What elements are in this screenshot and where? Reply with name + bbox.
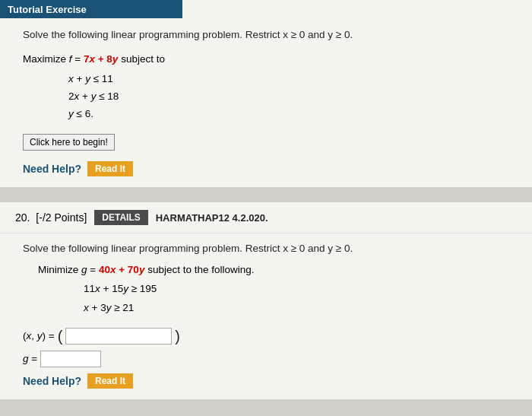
bottom-constraint-2: x + 3y ≥ 21 — [84, 299, 517, 317]
bottom-content: Solve the following linear programming p… — [0, 233, 532, 399]
g-label: g = — [23, 353, 37, 364]
problem-num-label: 20. — [15, 211, 30, 224]
g-input[interactable] — [40, 351, 101, 367]
problem-number-row: 20. [-/2 Points] DETAILS HARMATHAP12 4.2… — [0, 202, 532, 233]
bottom-read-it-button[interactable]: Read It — [87, 373, 133, 389]
maximize-line: Maximize f = 7x + 8y subject to — [23, 53, 517, 65]
top-read-it-button[interactable]: Read It — [87, 161, 133, 176]
begin-button[interactable]: Click here to begin! — [23, 134, 115, 151]
top-section: Tutorial Exercise Solve the following li… — [0, 0, 532, 187]
bottom-constraint-1: 11x + 15y ≥ 195 — [84, 280, 517, 298]
xy-label: (x, y) = — [23, 330, 55, 341]
xy-input-row: (x, y) = ( ) — [23, 328, 517, 345]
maximize-expr: 7x + 8y — [84, 53, 118, 65]
constraint-2: 2x + y ≤ 18 — [68, 88, 517, 106]
divider — [0, 193, 532, 202]
bottom-need-help-label: Need Help? — [23, 375, 81, 387]
maximize-suffix: subject to — [118, 53, 165, 65]
minimize-expr: 40x + 70y — [99, 264, 144, 275]
g-input-row: g = — [23, 351, 517, 367]
tutorial-header-bar: Tutorial Exercise — [0, 0, 182, 18]
minimize-line: Minimize g = 40x + 70y subject to the fo… — [38, 264, 517, 275]
bottom-need-help-row: Need Help? Read It — [23, 373, 517, 389]
details-badge[interactable]: DETAILS — [94, 210, 147, 225]
top-need-help-row: Need Help? Read It — [23, 161, 517, 176]
top-constraints: x + y ≤ 11 2x + y ≤ 18 y ≤ 6. — [68, 71, 517, 123]
problem-code: HARMATHAP12 4.2.020. — [156, 212, 268, 224]
minimize-prefix: Minimize g = — [38, 264, 99, 275]
problem-number: 20. [-/2 Points] — [15, 211, 87, 224]
top-problem-intro: Solve the following linear programming p… — [23, 27, 517, 43]
constraint-3: y ≤ 6. — [68, 106, 517, 123]
bottom-problem-intro: Solve the following linear programming p… — [23, 241, 517, 256]
maximize-prefix: Maximize f = — [23, 53, 84, 65]
points-label: [-/2 Points] — [36, 211, 87, 224]
top-need-help-label: Need Help? — [23, 163, 81, 175]
constraint-1: x + y ≤ 11 — [68, 71, 517, 88]
page-wrapper: Tutorial Exercise Solve the following li… — [0, 0, 532, 399]
bottom-constraints: 11x + 15y ≥ 195 x + 3y ≥ 21 — [84, 280, 517, 317]
left-paren: ( — [58, 329, 63, 344]
bottom-section: 20. [-/2 Points] DETAILS HARMATHAP12 4.2… — [0, 202, 532, 399]
top-content: Solve the following linear programming p… — [0, 18, 532, 187]
minimize-suffix: subject to the following. — [144, 264, 254, 275]
tutorial-header-label: Tutorial Exercise — [8, 4, 87, 15]
right-paren: ) — [175, 329, 180, 344]
xy-input[interactable] — [65, 328, 172, 345]
